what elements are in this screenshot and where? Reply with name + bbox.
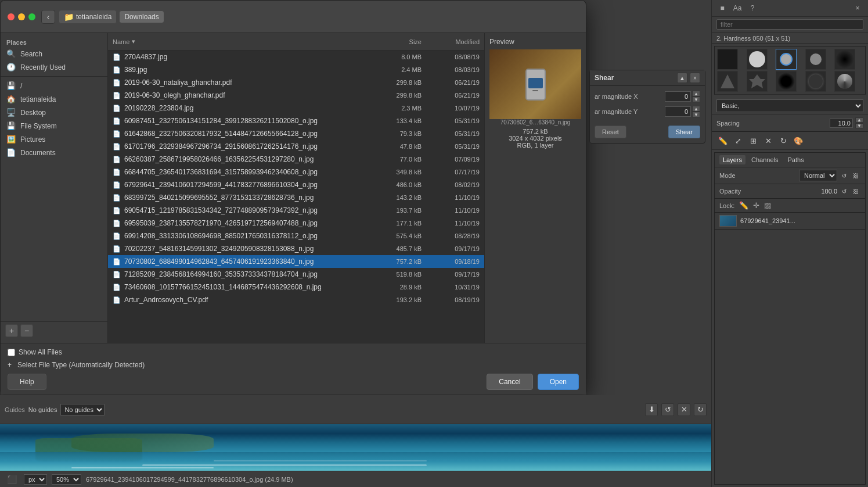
brush-item[interactable] <box>834 49 855 70</box>
brush-item[interactable] <box>834 71 855 92</box>
open-button[interactable]: Open <box>538 374 579 390</box>
sidebar-item-root[interactable]: 💾 / <box>1 79 107 92</box>
opacity-reset-button[interactable]: ↺ <box>840 187 849 196</box>
shear-y-down-button[interactable]: ▼ <box>692 112 700 117</box>
shear-up-button[interactable]: ▲ <box>677 73 687 83</box>
show-all-files-checkbox[interactable] <box>8 349 15 356</box>
add-bookmark-button[interactable]: + <box>5 324 18 337</box>
file-row[interactable]: 📄 2019-06-30_nataliya_ghanchar.pdf 299.8… <box>108 76 484 89</box>
file-row[interactable]: 📄 60987451_2327506134151284_399128832621… <box>108 114 484 127</box>
file-row[interactable]: 📄 71285209_2384568164994160_353537333437… <box>108 268 484 281</box>
opacity-chain-button[interactable]: ⛓ <box>851 187 860 196</box>
column-header-size[interactable]: Size <box>369 38 422 45</box>
file-row[interactable]: 📄 68399725_840215099695552_8773153133728… <box>108 191 484 204</box>
shear-reset-button[interactable]: Reset <box>595 126 626 138</box>
brush-item[interactable] <box>747 49 768 70</box>
pencil-tool-button[interactable]: ✏️ <box>716 134 729 147</box>
rotate-tool-button[interactable]: ✕ <box>762 134 775 147</box>
sidebar-item-home[interactable]: 🏠 tetianaleida <box>1 92 107 106</box>
file-row[interactable]: 📄 69595039_2387135578271970_426519717256… <box>108 217 484 230</box>
paths-tab[interactable]: Paths <box>784 155 808 164</box>
shear-x-down-button[interactable]: ▼ <box>692 96 700 102</box>
mode-reset-button[interactable]: ↺ <box>840 171 849 180</box>
zoom-select[interactable]: 50% <box>52 474 81 485</box>
breadcrumb-downloads[interactable]: Downloads <box>119 10 164 23</box>
maximize-window-button[interactable] <box>28 13 35 20</box>
crop-tool-button[interactable]: ⊞ <box>747 134 759 147</box>
file-row[interactable]: 📄 2019-06-30_olegh_ghanchar.pdf 299.8 kB… <box>108 89 484 102</box>
file-row[interactable]: 📄 389.jpg 2.4 MB 08/03/19 <box>108 63 484 76</box>
guides-select[interactable]: No guides <box>60 404 105 416</box>
canvas-tool-undo[interactable]: ↺ <box>661 403 674 416</box>
sidebar-item-search[interactable]: 🔍 Search <box>1 47 107 60</box>
file-row[interactable]: 📄 61701796_2329384967296734_291560861726… <box>108 140 484 153</box>
file-list[interactable]: 📄 270A4837.jpg 8.0 MB 08/08/19 📄 389.jpg… <box>108 51 484 343</box>
column-header-modified[interactable]: Modified <box>422 38 480 45</box>
shear-magnitude-x-input[interactable] <box>665 91 691 102</box>
minimize-window-button[interactable] <box>18 13 25 20</box>
sidebar-item-desktop[interactable]: 🖥️ Desktop <box>1 106 107 119</box>
paint-tool-button[interactable]: 🎨 <box>792 134 805 147</box>
help-button[interactable]: Help <box>8 374 46 390</box>
lock-pen-button[interactable]: ✏️ <box>739 201 748 210</box>
column-header-name[interactable]: Name ▾ <box>113 38 369 45</box>
file-row[interactable]: 📄 69054715_1219785831534342_727748890957… <box>108 204 484 217</box>
lock-move-button[interactable]: ✛ <box>753 201 759 210</box>
remove-bookmark-button[interactable]: − <box>20 324 33 337</box>
unit-select[interactable]: px <box>24 474 47 485</box>
color-icon[interactable]: ■ <box>716 2 728 14</box>
file-row[interactable]: 📄 66844705_2365401736831694_315758993946… <box>108 166 484 178</box>
brush-item[interactable] <box>776 71 797 92</box>
show-all-files-option[interactable]: Show All Files <box>8 348 62 356</box>
filter-input[interactable] <box>716 19 863 30</box>
shear-magnitude-y-input[interactable] <box>665 106 691 117</box>
file-row[interactable]: 📄 70730802_688499014962843_6457406191923… <box>108 255 484 268</box>
file-type-row[interactable]: + Select File Type (Automatically Detect… <box>8 361 579 369</box>
channels-tab[interactable]: Channels <box>748 155 781 164</box>
mode-select[interactable]: Normal <box>799 170 837 181</box>
back-button[interactable]: ‹ <box>41 10 55 24</box>
status-zoom-out-button[interactable]: ⬛ <box>5 475 19 484</box>
file-row[interactable]: 📄 20190228_223804.jpg 2.3 MB 10/07/19 <box>108 102 484 114</box>
close-window-button[interactable] <box>8 13 15 20</box>
brush-item[interactable] <box>717 49 738 70</box>
spacing-input[interactable] <box>830 119 853 128</box>
brush-item-selected[interactable] <box>776 49 797 70</box>
brush-item[interactable] <box>747 71 768 92</box>
lock-alpha-button[interactable]: ▨ <box>764 201 771 210</box>
preset-select[interactable]: Basic, <box>716 99 863 112</box>
breadcrumb-home[interactable]: 📁 tetianaleida <box>59 10 117 24</box>
sidebar-item-documents[interactable]: 📄 Documents <box>1 146 107 159</box>
canvas-tool-cancel[interactable]: ✕ <box>678 403 690 416</box>
file-row[interactable]: 📄 69914208_3313306108694698_885021765031… <box>108 230 484 242</box>
brush-item[interactable] <box>805 71 826 92</box>
file-row[interactable]: 📄 66260387_2586719958026466_163562254531… <box>108 153 484 166</box>
mode-chain-button[interactable]: ⛓ <box>851 171 860 180</box>
shear-apply-button[interactable]: Shear <box>668 126 700 138</box>
layer-item[interactable]: 67929641_23941... <box>715 213 865 230</box>
canvas-tool-redo[interactable]: ↻ <box>694 403 707 416</box>
sidebar-item-filesystem[interactable]: 💾 File System <box>1 119 107 133</box>
file-row[interactable]: 📄 Artur_Androsovych_CV.pdf 193.2 kB 08/1… <box>108 293 484 306</box>
sidebar-item-pictures[interactable]: 🖼️ Pictures <box>1 133 107 146</box>
font-icon[interactable]: Aa <box>732 2 743 14</box>
file-row[interactable]: 📄 67929641_2394106017294599_441783277689… <box>108 178 484 191</box>
cancel-button[interactable]: Cancel <box>487 374 532 390</box>
file-row[interactable]: 📄 73460608_10157766152451031_14468754744… <box>108 281 484 293</box>
sidebar-item-recently-used[interactable]: 🕐 Recently Used <box>1 60 107 74</box>
file-row[interactable]: 📄 70202237_548163145991302_3249205908328… <box>108 242 484 255</box>
close-panel-button[interactable]: × <box>852 2 863 14</box>
canvas-tool-download[interactable]: ⬇ <box>645 403 658 416</box>
brush-item[interactable] <box>717 71 738 92</box>
shear-x-up-button[interactable]: ▲ <box>692 91 700 96</box>
spacing-up-button[interactable]: ▲ <box>855 117 863 123</box>
spacing-down-button[interactable]: ▼ <box>855 123 863 128</box>
shear-close-button[interactable]: × <box>690 73 700 83</box>
redo-tool-button[interactable]: ↻ <box>777 134 790 147</box>
transform-tool-button[interactable]: ⤢ <box>732 134 744 147</box>
help-icon[interactable]: ? <box>747 2 758 14</box>
shear-y-up-button[interactable]: ▲ <box>692 106 700 112</box>
file-row[interactable]: 📄 61642868_2327506320817932_514484712665… <box>108 127 484 140</box>
file-row[interactable]: 📄 270A4837.jpg 8.0 MB 08/08/19 <box>108 51 484 63</box>
brush-item[interactable] <box>805 49 826 70</box>
